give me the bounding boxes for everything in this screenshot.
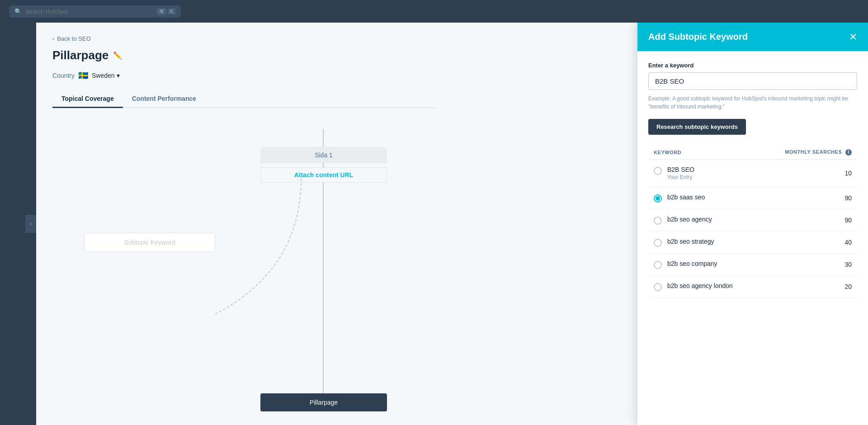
subtopic-label: Subtopic Keyword (124, 239, 175, 246)
table-row[interactable]: b2b saas seo 90 (648, 187, 857, 209)
keyword-sub: Your Entry (667, 174, 694, 180)
subtopic-keyword-box: Subtopic Keyword (84, 233, 215, 252)
main-content: ‹ Back to SEO Pillarpage ✏️ Country 🇸🇪 S… (36, 23, 868, 425)
pillarpage-label: Pillarpage (310, 399, 338, 406)
attach-url-label: Attach content URL (294, 171, 354, 179)
diagram-area: Sida 1 Attach content URL Subtopic Keywo… (52, 111, 452, 425)
keyword-results-table: KEYWORD MONTHLY SEARCHES i B2B SEO Your … (648, 146, 857, 298)
search-icon: 🔍 (14, 8, 22, 15)
radio-btn-0[interactable] (654, 167, 662, 175)
keyword-name: b2b seo strategy (667, 238, 714, 245)
keyword-count: 30 (760, 254, 857, 276)
radio-btn-4[interactable] (654, 261, 662, 269)
modal-close-btn[interactable]: ✕ (849, 32, 857, 42)
country-row: Country 🇸🇪 Sweden ▾ (52, 71, 436, 80)
tab-topical-coverage[interactable]: Topical Coverage (52, 90, 123, 108)
table-row[interactable]: b2b seo agency 90 (648, 209, 857, 231)
keyword-name: b2b seo agency london (667, 282, 733, 289)
radio-btn-2[interactable] (654, 217, 662, 225)
keyword-input[interactable] (648, 72, 857, 90)
col-searches-header: MONTHLY SEARCHES i (760, 146, 857, 160)
sida1-box: Sida 1 (260, 147, 387, 163)
modal-header: Add Subtopic Keyword ✕ (637, 23, 868, 51)
keyword-name: b2b saas seo (667, 194, 705, 201)
keyword-field-label: Enter a keyword (648, 62, 857, 69)
country-name: Sweden (92, 72, 115, 79)
connection-curve (211, 179, 324, 337)
sidebar-collapse-btn[interactable]: ‹ (25, 215, 36, 233)
back-chevron-icon: ‹ (52, 35, 54, 42)
keyboard-hint: ⌘ K (157, 8, 175, 15)
dropdown-chevron-icon: ▾ (117, 72, 120, 79)
keyword-count: 20 (760, 276, 857, 298)
research-btn[interactable]: Research subtopic keywords (648, 119, 746, 135)
page-content: ‹ Back to SEO Pillarpage ✏️ Country 🇸🇪 S… (36, 23, 452, 425)
top-nav: 🔍 ⌘ K (0, 0, 868, 23)
search-input[interactable] (25, 8, 153, 15)
back-to-seo-link[interactable]: ‹ Back to SEO (52, 35, 436, 42)
keyword-name: b2b seo company (667, 260, 717, 267)
keyword-name: B2B SEO (667, 166, 694, 173)
search-bar[interactable]: 🔍 ⌘ K (9, 5, 181, 18)
add-subtopic-modal: Add Subtopic Keyword ✕ Enter a keyword E… (637, 23, 868, 425)
left-sidebar: ‹ (0, 23, 36, 425)
page-title: Pillarpage (52, 48, 108, 62)
radio-btn-5[interactable] (654, 283, 662, 291)
modal-body: Enter a keyword Example: A good subtopic… (637, 51, 868, 425)
cmd-key: ⌘ (157, 8, 166, 15)
keyword-count: 90 (760, 209, 857, 231)
country-label: Country (52, 72, 75, 79)
hint-text: Example: A good subtopic keyword for Hub… (648, 94, 857, 111)
country-dropdown[interactable]: Sweden ▾ (92, 72, 120, 79)
keyword-count: 10 (760, 160, 857, 187)
table-row[interactable]: B2B SEO Your Entry 10 (648, 160, 857, 187)
edit-icon[interactable]: ✏️ (113, 51, 122, 60)
keyword-count: 90 (760, 187, 857, 209)
radio-btn-1[interactable] (654, 194, 662, 203)
table-row[interactable]: b2b seo company 30 (648, 254, 857, 276)
col-keyword-header: KEYWORD (648, 146, 760, 160)
table-row[interactable]: b2b seo strategy 40 (648, 231, 857, 254)
sweden-flag-icon: 🇸🇪 (78, 71, 88, 80)
pillarpage-box: Pillarpage (260, 393, 387, 411)
keyword-count: 40 (760, 231, 857, 254)
keyword-name: b2b seo agency (667, 216, 712, 223)
back-label: Back to SEO (57, 35, 90, 42)
sida1-label: Sida 1 (315, 151, 333, 159)
tabs: Topical Coverage Content Performance (52, 90, 436, 108)
modal-title: Add Subtopic Keyword (648, 32, 748, 42)
info-icon[interactable]: i (845, 149, 852, 156)
table-row[interactable]: b2b seo agency london 20 (648, 276, 857, 298)
k-key: K (168, 8, 175, 14)
radio-btn-3[interactable] (654, 239, 662, 247)
page-title-row: Pillarpage ✏️ (52, 48, 436, 62)
tab-content-performance[interactable]: Content Performance (123, 90, 205, 108)
